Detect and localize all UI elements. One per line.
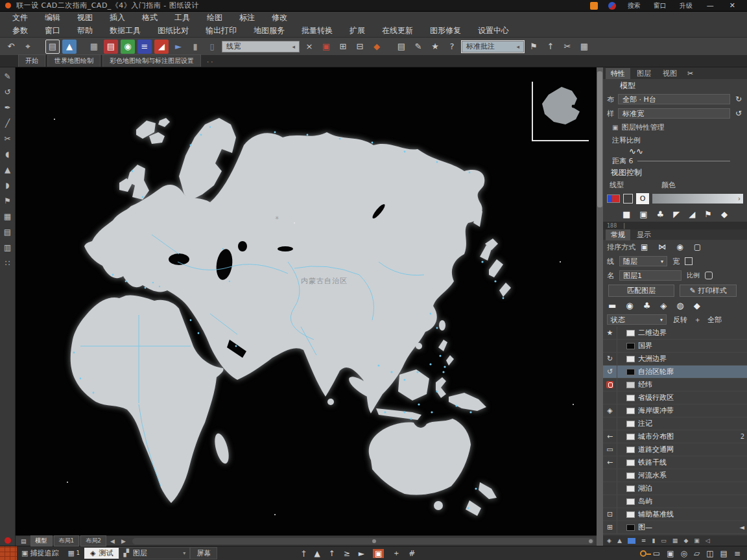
doc-tab-overflow-dots[interactable]: · · (203, 58, 217, 67)
table-icon[interactable]: ▦ (577, 40, 591, 54)
layer-manager-link[interactable]: ▣ 图层特性管理 (603, 121, 747, 134)
layer-color-swatch[interactable] (626, 460, 635, 466)
list-icon[interactable]: ⊟ (353, 40, 367, 54)
draw-tool-icon-2[interactable]: ✒ (2, 102, 14, 113)
status-center-icon-3[interactable]: ≥ (344, 549, 350, 558)
layer-row[interactable]: 经纬 (603, 379, 747, 391)
layer-status-icon[interactable]: ★ (603, 327, 617, 339)
status-center-icon-2[interactable]: ↑ (329, 549, 335, 558)
panel-bottom-icon-6[interactable]: ▦ (672, 537, 678, 544)
help-icon[interactable]: ? (445, 40, 459, 54)
panel-bottom-icon-8[interactable]: ▣ (694, 537, 700, 544)
grid-toggle[interactable]: ▦ 1 (67, 549, 80, 557)
layer-row[interactable]: 岛屿 (603, 495, 747, 508)
layer-status-icon[interactable]: ⊡ (603, 508, 617, 520)
up-arrow-icon[interactable]: ↑ (543, 40, 558, 54)
layer-color-swatch[interactable] (626, 382, 635, 388)
menu-item-图纸比对[interactable]: 图纸比对 (149, 25, 197, 36)
layer-color-swatch[interactable] (626, 356, 635, 362)
layer-color-swatch[interactable] (626, 472, 635, 479)
titlebar-search[interactable]: 搜索 (628, 1, 641, 10)
status-dropdown[interactable]: 状态 ▾ (607, 314, 667, 325)
layout-next-icon[interactable]: ▶ (119, 538, 128, 544)
chevron-down-icon[interactable]: ◂ (287, 43, 295, 50)
layer-status-icon[interactable]: ↺ (603, 366, 617, 378)
layer-row[interactable]: ←城市分布图2 (603, 430, 747, 443)
layer-status-icon[interactable]: ▭ (603, 443, 617, 456)
layer-row[interactable]: 省级行政区 (603, 391, 747, 404)
pen-icon[interactable]: ✎ (411, 40, 425, 54)
layer-row[interactable]: ⊞图—◄ (603, 521, 747, 534)
draw-tool-icon-7[interactable]: ◗ (2, 180, 14, 191)
layer-row[interactable]: ★二维边界 (603, 327, 747, 340)
layer-status-icon[interactable] (603, 391, 617, 404)
draw-tool-icon-3[interactable]: ╱ (2, 118, 14, 128)
panel-bottom-icon-5[interactable]: ▭ (661, 537, 667, 544)
draw-tool-icon-5[interactable]: ◖ (2, 149, 14, 159)
circle-swatch[interactable]: O (636, 193, 649, 204)
layer-row[interactable]: ▭道路交通网 (603, 443, 747, 456)
doc-tab-0[interactable]: 开始 (18, 54, 45, 67)
block-icon[interactable]: ▯ (205, 40, 219, 54)
panel-tool-icon-4[interactable]: ◢ (689, 209, 695, 219)
hscroll-thumb[interactable] (372, 539, 376, 543)
minimize-button[interactable]: — (707, 1, 714, 10)
sort-icon-0[interactable]: ▣ (641, 242, 648, 251)
pan-icon[interactable]: ⌖ (21, 40, 35, 54)
layer-status-icon[interactable] (603, 495, 617, 508)
layout-grid-icon[interactable]: ▤ (18, 538, 29, 544)
layer-status-icon[interactable] (603, 482, 617, 495)
layer-row[interactable]: ◈海岸缓冲带 (603, 404, 747, 417)
arrow-icon[interactable]: ► (171, 40, 185, 54)
draw-tool-icon-8[interactable]: ⚑ (2, 196, 14, 206)
layer-state-icon-1[interactable]: ◉ (626, 301, 633, 310)
drawing-canvas[interactable]: ✳ 内蒙古自治区 (16, 67, 597, 535)
scale-checkbox[interactable] (705, 272, 713, 279)
doc-tab-2[interactable]: 彩色地图绘制与标注图层设置 (102, 54, 201, 67)
layer-row[interactable]: ⊡辅助基准线 (603, 508, 747, 521)
print-style-button[interactable]: ✎ 打印样式 (680, 285, 737, 297)
layer-status-icon[interactable] (603, 379, 617, 391)
layer-color-swatch[interactable] (626, 343, 635, 349)
menu-item-参数[interactable]: 参数 (4, 25, 36, 36)
bylayer-dropdown[interactable]: 随层 ▾ (619, 256, 667, 266)
layer-status-icon[interactable]: ↻ (603, 353, 617, 365)
draw-tool-icon-4[interactable]: ✂ (2, 134, 14, 144)
layer-row[interactable]: 河流水系 (603, 469, 747, 482)
width-checkbox[interactable] (685, 257, 693, 265)
panel-tool-icon-1[interactable]: ▣ (639, 209, 647, 219)
layers-icon[interactable]: ≡ (137, 40, 152, 54)
menu-item-帮助[interactable]: 帮助 (69, 25, 101, 36)
brush-icon[interactable]: ◢ (154, 40, 169, 54)
note-icon[interactable]: ▤ (394, 40, 409, 54)
layer-status-icon[interactable] (603, 469, 617, 482)
status-right-icon-4[interactable]: ◫ (706, 549, 713, 558)
menu-item-地图服务[interactable]: 地图服务 (245, 25, 293, 36)
close-button[interactable]: ✕ (729, 1, 735, 10)
app-orange-icon[interactable] (590, 2, 598, 10)
menu-item-绘图[interactable]: 绘图 (198, 12, 231, 23)
key-icon[interactable] (640, 550, 646, 557)
menu-item-视图[interactable]: 视图 (69, 12, 101, 23)
layer-status-icon[interactable] (603, 417, 617, 430)
layer-row[interactable]: ←铁路干线 (603, 456, 747, 469)
menu-item-数据工具[interactable]: 数据工具 (101, 25, 149, 36)
menu-item-输出打印[interactable]: 输出打印 (197, 25, 245, 36)
lineweight-dropdown[interactable]: 线宽◂ (222, 41, 300, 52)
menu-item-批量转换[interactable]: 批量转换 (293, 25, 341, 36)
status-right-icon-2[interactable]: ◎ (681, 549, 687, 558)
menu-item-文件[interactable]: 文件 (4, 12, 36, 23)
panel-tools-icon[interactable]: ✂ (687, 69, 693, 78)
layer-status-icon[interactable]: ← (603, 430, 617, 443)
flag-color-icon[interactable] (607, 194, 620, 203)
status-right-icon-5[interactable]: ▤ (720, 549, 728, 558)
field-input[interactable]: 标准宽 (618, 108, 730, 119)
vertical-scrollbar[interactable] (597, 67, 603, 546)
layer-status-icon[interactable]: ◈ (603, 404, 617, 417)
status-center-icon-6[interactable]: ＋ (392, 548, 400, 559)
screen-chip[interactable]: 屏幕 (190, 547, 217, 559)
layer-dropdown[interactable]: ▞ 图层 ▾ (119, 547, 190, 559)
panel-bottom-icon-0[interactable]: ◈ (607, 537, 611, 544)
star-icon[interactable]: ★ (428, 40, 442, 54)
outline-swatch-icon[interactable] (623, 194, 633, 204)
